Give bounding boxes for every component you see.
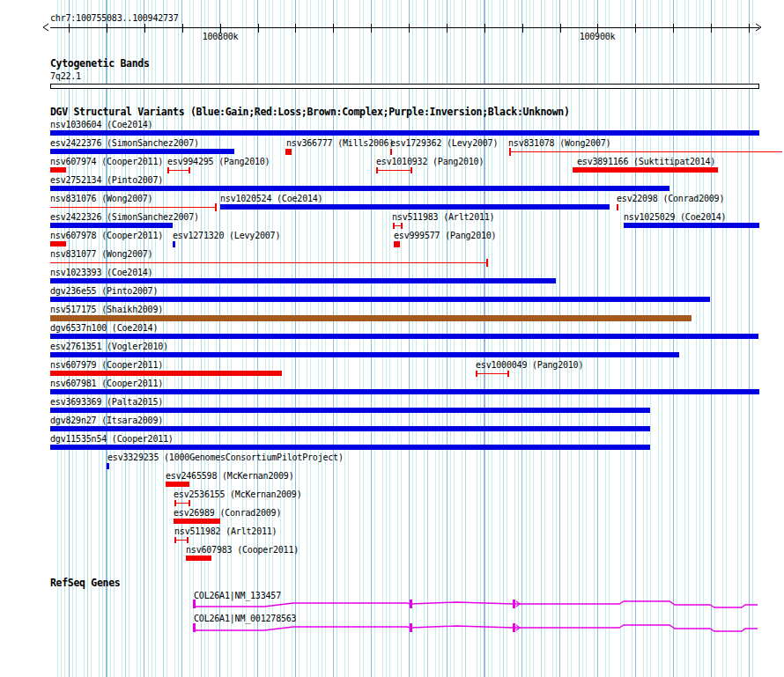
variant-range-end [401,223,403,229]
ruler-tick [409,24,410,33]
variant-bar[interactable] [50,297,710,302]
ruler-tick [371,24,372,33]
variant-bar[interactable] [186,556,211,561]
genome-browser-panel: chr7:100755083..100942737 Cytogenetic Ba… [0,0,784,677]
variant-label[interactable]: esv999577 (Pang2010) [394,231,496,240]
variant-label[interactable]: nsv831078 (Wong2007) [508,138,610,148]
variant-bar[interactable] [50,371,282,376]
variant-bar[interactable] [50,426,650,431]
variant-label[interactable]: nsv607974 (Cooper2011) [50,157,163,166]
ruler-left-arrow-icon [43,24,48,31]
variant-label[interactable]: esv994295 (Pang2010) [167,157,270,166]
ruler-tick [295,24,296,33]
variant-range-end [376,167,378,173]
cytoband-track-box [50,84,759,89]
variant-label[interactable]: esv2422376 (SimonSanchez2007) [50,138,199,148]
variant-range-line[interactable] [50,207,216,208]
variant-bar[interactable] [50,352,679,357]
variant-label[interactable]: esv2752134 (Pinto2007) [50,175,163,185]
variant-range-line[interactable] [376,170,411,171]
variant-label[interactable]: nsv607983 (Cooper2011) [186,545,299,555]
ruler-tick [711,24,712,33]
variant-label[interactable]: esv3891166 (Suktitipat2014) [577,157,715,166]
variant-bar[interactable] [573,167,718,173]
variant-square[interactable] [394,241,400,247]
variant-range-end [486,259,488,267]
variant-range-line[interactable] [50,262,487,263]
ruler-tick [107,24,107,33]
variant-label[interactable]: nsv607979 (Cooper2011) [50,360,163,370]
variant-bar[interactable] [50,130,759,136]
variant-label[interactable]: nsv511983 (Arlt2011) [392,212,494,222]
gene-label[interactable]: COL26A1|NM_001278563 [194,614,296,623]
variant-label[interactable]: nsv1020524 (Coe2014) [220,194,322,203]
variant-label[interactable]: esv3329235 (1000GenomesConsortiumPilotPr… [107,453,344,462]
variant-bar[interactable] [624,223,759,228]
variant-bar[interactable] [50,186,669,191]
variant-bar[interactable] [50,167,66,173]
variant-range-line[interactable] [174,503,189,504]
variant-range-end [393,223,395,229]
variant-bar[interactable] [50,223,173,228]
variant-tick[interactable] [390,149,392,155]
ruler-axis [50,27,759,28]
variant-label[interactable]: nsv511982 (Arlt2011) [174,526,277,536]
variant-label[interactable]: dgv6537n100 (Coe2014) [50,323,158,333]
variant-label[interactable]: nsv831076 (Wong2007) [50,194,152,203]
variant-label[interactable]: esv3693369 (Palta2015) [50,397,163,407]
ruler-tick [144,24,145,33]
ruler-tick [560,24,561,33]
variant-tick[interactable] [617,204,618,210]
refseq-track-title: RefSeq Genes [50,578,120,588]
variant-label[interactable]: esv1729362 (Levy2007) [390,138,498,148]
variant-tick[interactable] [107,463,109,469]
variant-label[interactable]: esv2761351 (Vogler2010) [50,342,168,351]
variant-label[interactable]: nsv366777 (Mills2006) [286,138,394,148]
variant-tick[interactable] [173,241,175,247]
ruler-tick-label: 100900k [580,32,616,41]
variant-label[interactable]: esv26989 (Conrad2009) [174,508,281,518]
variant-label[interactable]: esv1000049 (Pang2010) [476,360,583,370]
variant-label[interactable]: esv1010932 (Pang2010) [376,157,484,166]
variant-range-line[interactable] [476,373,508,374]
variant-range-line[interactable] [167,170,189,171]
variant-bar[interactable] [50,315,692,321]
variant-bar[interactable] [50,408,650,413]
variant-label[interactable]: esv22098 (Conrad2009) [617,194,724,203]
variant-range-line[interactable] [509,151,782,152]
region-coordinates: chr7:100755083..100942737 [50,13,179,23]
ruler-tick [69,24,70,33]
variant-bar[interactable] [50,149,234,154]
variant-label[interactable]: nsv607978 (Cooper2011) [50,231,163,240]
ruler-tick [749,24,750,33]
variant-label[interactable]: nsv1023393 (Coe2014) [50,268,152,277]
variant-range-line[interactable] [174,540,188,541]
variant-bar[interactable] [220,204,610,210]
variant-bar[interactable] [50,445,650,450]
variant-range-end [167,167,169,173]
variant-bar[interactable] [166,482,189,487]
variant-label[interactable]: dgv236e55 (Pinto2007) [50,286,158,296]
variant-label[interactable]: esv2465598 (McKernan2009) [166,471,294,481]
variant-bar[interactable] [50,389,759,394]
variant-label[interactable]: nsv517175 (Shaikh2009) [50,305,163,314]
variant-label[interactable]: esv2536155 (McKernan2009) [174,489,302,499]
variant-label[interactable]: esv1271320 (Levy2007) [173,231,280,240]
ruler-tick [484,24,485,33]
variant-label[interactable]: nsv831077 (Wong2007) [50,249,152,259]
variant-bar[interactable] [174,519,220,524]
gene-label[interactable]: COL26A1|NM_133457 [194,591,281,600]
variant-label[interactable]: nsv607981 (Cooper2011) [50,379,163,388]
variant-label[interactable]: dgv11535n54 (Cooper2011) [50,434,174,444]
variant-range-end [476,371,477,377]
variant-label[interactable]: nsv1025029 (Coe2014) [624,212,726,222]
variant-label[interactable]: esv2422326 (SimonSanchez2007) [50,212,199,222]
variant-label[interactable]: nsv1030604 (Coe2014) [50,120,152,129]
variant-bar[interactable] [50,334,758,339]
ruler-tick [635,24,636,33]
variant-bar[interactable] [50,278,556,283]
variant-bar[interactable] [50,241,66,247]
variant-square[interactable] [285,149,292,155]
variant-label[interactable]: dgv829n27 (Itsara2009) [50,416,163,425]
ruler-tick [522,24,523,33]
